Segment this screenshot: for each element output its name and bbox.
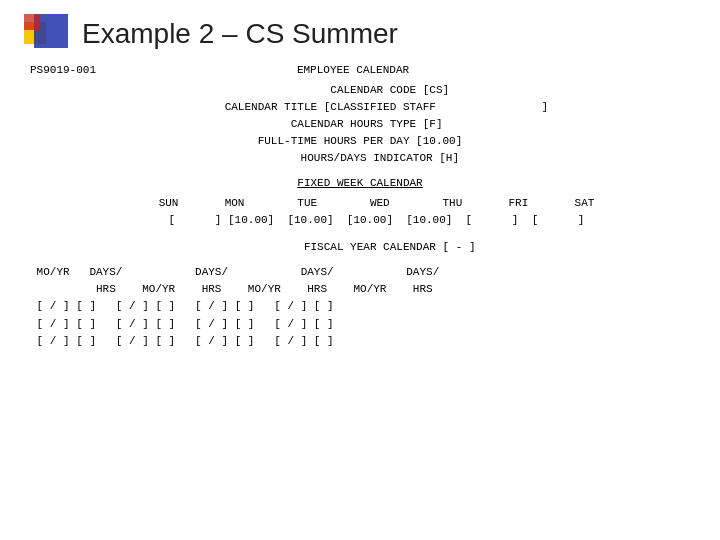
page-title: Example 2 – CS Summer: [82, 18, 398, 50]
top-bar: PS9019-001 EMPLOYEE CALENDAR: [30, 64, 690, 76]
logo: [24, 14, 68, 58]
fixed-week-title: FIXED WEEK CALENDAR: [30, 177, 690, 189]
week-table: SUN MON TUE WED THU FRI SAT [ ] [10.00] …: [30, 195, 690, 229]
fiscal-year-line: FISCAL YEAR CALENDAR [ - ]: [30, 239, 690, 256]
page-header: Example 2 – CS Summer: [0, 0, 720, 60]
screen-title: EMPLOYEE CALENDAR: [96, 64, 610, 76]
mo-yr-headers: MO/YR DAYS/ DAYS/ DAYS/ DAYS/ HRS MO/YR …: [30, 264, 690, 298]
fiscal-section: FISCAL YEAR CALENDAR [ - ]: [30, 239, 690, 256]
calendar-code-line: CALENDAR CODE [CS] CALENDAR TITLE [CLASS…: [30, 82, 690, 167]
logo-red: [24, 14, 40, 30]
mo-yr-rows: [ / ] [ ] [ / ] [ ] [ / ] [ ] [ / ] [ ] …: [30, 298, 690, 349]
calendar-info: CALENDAR CODE [CS] CALENDAR TITLE [CLASS…: [30, 82, 690, 167]
program-id: PS9019-001: [30, 64, 96, 76]
main-content: PS9019-001 EMPLOYEE CALENDAR CALENDAR CO…: [0, 60, 720, 350]
